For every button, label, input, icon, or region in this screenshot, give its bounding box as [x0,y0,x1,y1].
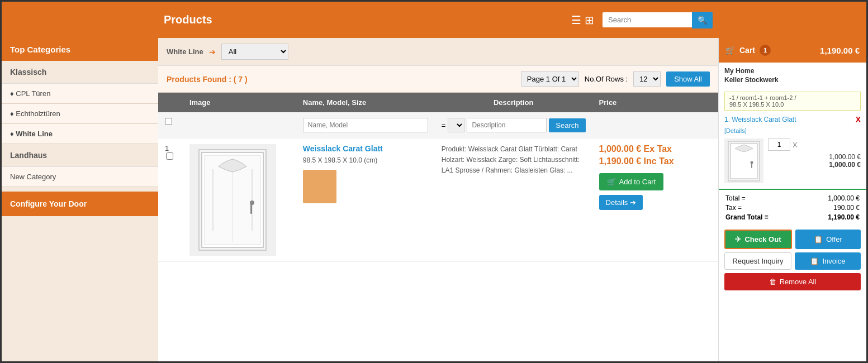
cart-customer-label: My Home [724,67,861,75]
inquiry-button[interactable]: Request Inquiry [724,252,791,270]
desc-filter-select[interactable] [448,118,464,132]
filter-bar: White Line ➔ All [158,38,718,66]
col-header-image: Image [183,93,296,112]
products-found-bar: Products Found : ( 7 ) Page 1 Of 1 No.Of… [158,66,718,93]
cart-item-remove[interactable]: X [793,141,798,149]
col-header-price: Price [592,93,718,112]
list-view-icon[interactable]: ☰ [571,13,581,27]
col-header-check [158,93,183,112]
desc-equals-label: = [442,121,446,130]
sidebar-item-echtholz[interactable]: ♦ Echtholztüren [2,104,158,124]
page-select[interactable]: Page 1 Of 1 [521,71,579,87]
top-categories-header: Top Categories [2,38,158,61]
filter-select[interactable]: All [221,44,288,60]
content-area: White Line ➔ All Products Found : ( 7 ) … [158,38,718,361]
name-filter-input[interactable] [303,118,428,132]
product-size: 98.5 X 198.5 X 10.0 (cm) [303,156,428,164]
grand-total-label: Grand Total = [725,213,769,221]
table-row: 1 [158,138,718,262]
cart-item-price: 1,000.00 € [768,153,861,161]
product-description: Produkt: Weisslack Carat Glatt Türblatt:… [442,144,586,176]
cart-room-label: -1 / room1-1 + room1-2 / [729,94,856,101]
sidebar-section-klassisch[interactable]: Klassisch [2,61,158,84]
cart-label: Cart [739,46,755,55]
select-all-checkbox[interactable] [165,118,172,125]
desc-filter-input[interactable] [467,118,547,132]
product-checkbox[interactable] [166,152,173,160]
cart-item-image [724,138,763,183]
grid-view-icon[interactable]: ⊞ [585,13,594,27]
product-name-link[interactable]: Weisslack Carat Glatt [303,144,428,153]
cart-icon-header: 🛒 [725,46,735,55]
cart-divider [719,189,866,190]
arrow-right-icon: ➔ [630,198,636,207]
cart-actions: ✈ Check Out 📋 Offer Request Inquiry 📋 In… [719,225,866,295]
cart-remove-button[interactable]: X [856,115,861,124]
grand-total-value: 1,190.00 € [828,213,860,221]
tax-label: Tax = [725,204,742,212]
cart-total-line: Total = 1,000.00 € [725,194,860,202]
product-number: 1 [165,144,169,152]
rows-label: No.Of Rows : [585,75,628,83]
tax-value: 190.00 € [833,204,860,212]
cart-room-size: 98.5 X 198.5 X 10.0 [729,101,856,108]
cart-product-link[interactable]: 1. Weisslack Carat Glatt [724,116,796,123]
details-button[interactable]: Details ➔ [599,195,643,210]
col-header-name: Name, Model, Size [296,93,435,112]
sidebar-item-cpl-turen[interactable]: ♦ CPL Türen [2,84,158,104]
price-ex-tax: 1,000.00 € Ex Tax [599,144,712,154]
filter-row: = Search [158,112,718,138]
cart-product-row: 1. Weisslack Carat Glatt X [719,113,866,126]
cart-total-header: 1,190.00 € [820,46,860,55]
cart-panel: 🛒 Cart 1 1,190.00 € My Home Keller Stock… [718,38,866,361]
svg-rect-11 [751,163,752,168]
cart-badge: 1 [760,45,771,56]
cart-details-link[interactable]: [Details] [719,126,866,135]
add-to-cart-button[interactable]: 🛒 Add to Cart [599,173,664,190]
offer-icon: 📋 [814,235,823,243]
cart-store-label: Keller Stockwerk [724,76,861,84]
invoice-icon: 📋 [810,257,819,265]
invoice-button[interactable]: 📋 Invoice [795,252,861,270]
remove-all-button[interactable]: 🗑 Remove All [724,273,861,290]
cart-room-info: -1 / room1-1 + room1-2 / 98.5 X 198.5 X … [724,92,861,111]
filter-label: White Line [167,47,203,56]
total-label: Total = [725,194,746,202]
table-search-button[interactable]: Search [549,118,585,132]
cart-grand-total-line: Grand Total = 1,190.00 € [725,213,860,221]
rows-select[interactable]: 12 [633,71,661,87]
search-button[interactable]: 🔍 [692,12,713,28]
cart-door-svg [727,140,761,182]
arrow-icon: ➔ [209,47,216,56]
cart-header: 🛒 Cart 1 1,190.00 € [719,38,866,63]
products-found-text: Products Found : ( 7 ) [167,75,248,84]
products-table: Image Name, Model, Size Description Pric… [158,93,718,262]
sidebar-section-landhaus[interactable]: Landhaus [2,144,158,167]
show-all-button[interactable]: Show All [666,71,710,87]
sidebar-item-white-line[interactable]: ♦ White Line [2,124,158,144]
cart-qty-input[interactable]: 1 [768,138,790,151]
cart-item-controls: 1 X 1,000.00 € 1,000.00 € [768,138,861,169]
price-inc-tax: 1,190.00 € Inc Tax [599,156,712,166]
door-illustration [196,147,269,253]
cart-icon: 🛒 [607,178,616,186]
search-input[interactable] [603,12,692,27]
page-title: Products [164,13,571,26]
product-image [189,144,276,256]
offer-button[interactable]: 📋 Offer [795,230,861,249]
cart-item-total: 1,000.00 € [768,161,861,169]
configure-door-button[interactable]: Configure Your Door [2,192,158,216]
trash-icon: 🗑 [769,278,776,286]
cart-totals: Total = 1,000.00 € Tax = 190.00 € Grand … [719,192,866,225]
cart-customer-info: My Home Keller Stockwerk [719,63,866,89]
checkout-button[interactable]: ✈ Check Out [724,230,792,249]
cart-item-row: 1 X 1,000.00 € 1,000.00 € [719,135,866,187]
cart-tax-line: Tax = 190.00 € [725,204,860,212]
sidebar: Top Categories Klassisch ♦ CPL Türen ♦ E… [2,38,158,361]
col-header-desc: Description [435,93,592,112]
sidebar-item-new-category[interactable]: New Category [2,167,158,187]
product-thumbnail [303,170,336,203]
svg-rect-7 [250,203,252,214]
total-value: 1,000.00 € [828,194,860,202]
checkout-icon: ✈ [735,235,741,243]
